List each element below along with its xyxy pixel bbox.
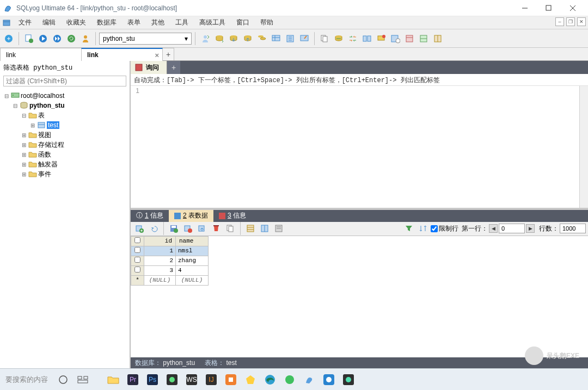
firstrow-prev-button[interactable]: ◀ (489, 224, 498, 233)
schema-sync-button[interactable] (199, 32, 212, 45)
table-row[interactable]: 3 4 (131, 265, 209, 275)
menu-file[interactable]: 文件 (13, 16, 37, 29)
taskbar-app-icon[interactable] (164, 372, 180, 387)
export-row-button[interactable] (195, 222, 209, 235)
taskbar-app-icon[interactable]: Ps (145, 372, 160, 387)
new-query-button[interactable] (22, 32, 35, 45)
mdi-minimize[interactable]: – (555, 17, 564, 26)
insert-row-button[interactable] (133, 222, 146, 235)
copy-button[interactable] (318, 32, 331, 45)
sql-editor-text[interactable] (142, 86, 579, 208)
taskbar-search-text[interactable]: 要搜索的内容 (2, 375, 51, 385)
menu-edit[interactable]: 编辑 (37, 16, 61, 29)
mdi-close[interactable]: ✕ (577, 17, 586, 26)
tree-table-item[interactable]: ⊞ test (1, 120, 128, 130)
sql-editor[interactable]: 1 (131, 86, 588, 208)
menu-help[interactable]: 帮助 (255, 16, 279, 29)
row-header-corner[interactable] (131, 236, 144, 246)
sync-button[interactable] (332, 32, 345, 45)
filter-input[interactable] (3, 76, 126, 86)
result-tab-info[interactable]: ⓘ 1 1 信息信息 (131, 210, 169, 222)
limit-rows-toggle[interactable]: 限制行 (431, 224, 458, 233)
taskbar-app-icon[interactable] (321, 372, 336, 387)
notif-button[interactable] (375, 32, 388, 45)
backup-button[interactable] (213, 32, 226, 45)
filter-button[interactable] (402, 222, 415, 235)
menu-powertools[interactable]: 高级工具 (194, 16, 231, 29)
column-header-name[interactable]: name (176, 236, 209, 246)
firstrow-next-button[interactable]: ▶ (526, 224, 535, 233)
taskbar-app-icon[interactable]: IJ (204, 372, 219, 387)
taskbar-app-icon[interactable] (223, 372, 238, 387)
editor-scrollbar[interactable] (579, 86, 588, 208)
delete-row-button[interactable] (210, 222, 223, 235)
mdi-restore[interactable]: ❐ (566, 17, 575, 26)
save-row-button[interactable] (167, 222, 180, 235)
query-builder-button[interactable] (298, 32, 311, 45)
column-header-id[interactable]: id (144, 236, 176, 246)
text-view-button[interactable] (272, 222, 285, 235)
refresh-button[interactable] (65, 32, 78, 45)
window-minimize-button[interactable] (513, 0, 537, 16)
connection-tab-1[interactable]: link (0, 48, 82, 61)
menu-favorites[interactable]: 收藏夹 (61, 16, 91, 29)
window-close-button[interactable] (561, 0, 585, 16)
sql-sched-button[interactable] (389, 32, 402, 45)
taskbar-sqlyog-icon[interactable] (302, 372, 317, 387)
add-query-tab-button[interactable]: + (167, 61, 180, 74)
tree-events-folder[interactable]: ⊞ 事件 (1, 169, 128, 179)
flush-button[interactable] (284, 32, 297, 45)
taskbar-app-icon[interactable] (341, 372, 356, 387)
execute-button[interactable] (36, 32, 50, 45)
form-button[interactable] (403, 32, 416, 45)
taskbar-app-icon[interactable]: Pr (125, 372, 140, 387)
query-tab[interactable]: 询问 (131, 61, 167, 74)
tree-tables-folder[interactable]: ⊟ 表 (1, 110, 128, 120)
taskbar-explorer-icon[interactable] (106, 372, 121, 387)
taskbar-cortana-icon[interactable] (56, 372, 71, 387)
taskbar-app-icon[interactable]: WS (184, 372, 199, 387)
add-connection-tab-button[interactable]: + (162, 48, 174, 60)
tree-views-folder[interactable]: ⊞ 视图 (1, 130, 128, 140)
menu-window[interactable]: 窗口 (231, 16, 255, 29)
tree-procs-folder[interactable]: ⊞ 存储过程 (1, 140, 128, 150)
table-diag-button[interactable] (270, 32, 283, 45)
sort-button[interactable] (416, 222, 430, 235)
window-maximize-button[interactable] (537, 0, 561, 16)
data-sync-button[interactable] (346, 32, 359, 45)
connection-tab-2[interactable]: link × (81, 48, 163, 61)
form-view-button[interactable] (258, 222, 271, 235)
taskbar-app-icon[interactable] (243, 372, 258, 387)
data-grid[interactable]: id name 1 nmsl 2 zhang 3 4 (131, 236, 588, 358)
menu-tools[interactable]: 工具 (170, 16, 194, 29)
table-row-new[interactable]: * (NULL) (NULL) (131, 275, 209, 285)
rowcount-input[interactable] (560, 224, 586, 233)
close-icon[interactable]: × (155, 51, 159, 59)
taskbar-app-icon[interactable] (282, 372, 297, 387)
schema-tree[interactable]: ⊟ root@localhost ⊟ python_stu ⊟ 表 ⊞ test… (0, 89, 130, 368)
tree-triggers-folder[interactable]: ⊞ 触发器 (1, 159, 128, 169)
firstrow-input[interactable] (499, 224, 525, 233)
tree-funcs-folder[interactable]: ⊞ 函数 (1, 150, 128, 159)
import-button[interactable] (227, 32, 240, 45)
table-row[interactable]: 2 zhang (131, 256, 209, 265)
copy-cell-button[interactable] (224, 222, 237, 235)
table-row[interactable]: 1 nmsl (131, 246, 209, 256)
tree-database-node[interactable]: ⊟ python_stu (1, 101, 128, 110)
text-button[interactable] (431, 32, 444, 45)
database-selector[interactable]: python_stu ▾ (99, 33, 192, 45)
new-connection-button[interactable] (2, 32, 15, 45)
copy-db-button[interactable] (255, 32, 268, 45)
result-tab-msg[interactable]: 3 信息 (213, 210, 252, 222)
grid-button[interactable] (417, 32, 430, 45)
taskbar-taskview-icon[interactable] (75, 372, 90, 387)
undo-button[interactable] (147, 222, 160, 235)
taskbar-edge-icon[interactable] (262, 372, 278, 387)
export-button[interactable] (241, 32, 254, 45)
tree-server-node[interactable]: ⊟ root@localhost (1, 91, 128, 101)
grid-view-button[interactable] (244, 222, 257, 235)
menu-table[interactable]: 表单 (122, 16, 146, 29)
menu-others[interactable]: 其他 (146, 16, 170, 29)
visual-compare-button[interactable] (360, 32, 373, 45)
execute-all-button[interactable] (51, 32, 64, 45)
